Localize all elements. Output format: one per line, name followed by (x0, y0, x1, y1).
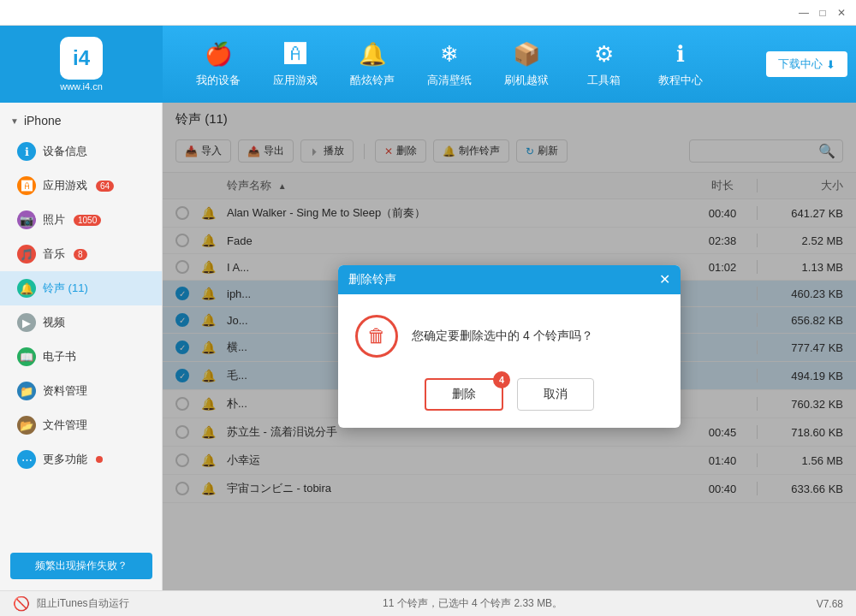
sidebar-item-apps[interactable]: 🅰 应用游戏 64 (0, 169, 162, 203)
data-mgr-icon: 📁 (17, 382, 36, 400)
tools-icon: ⚙ (594, 41, 614, 68)
delete-dialog: 删除铃声 ✕ 🗑 您确定要删除选中的 4 个铃声吗？ 删除 4 取消 (338, 265, 681, 428)
selected-count-badge: 4 (493, 371, 510, 388)
nav-my-device-label: 我的设备 (196, 73, 241, 88)
ringtones-sidebar-icon: 🔔 (17, 279, 36, 298)
nav-jailbreak-label: 刷机越狱 (504, 73, 549, 88)
more-badge (96, 456, 103, 463)
download-arrow-icon: ⬇ (826, 58, 835, 71)
music-icon: 🎵 (17, 245, 36, 264)
nav-apps-label: 应用游戏 (273, 73, 318, 88)
sidebar-bottom: 频繁出现操作失败？ (0, 546, 163, 586)
dialog-body: 🗑 您确定要删除选中的 4 个铃声吗？ (338, 294, 681, 378)
nav-ringtones-label: 酷炫铃声 (350, 73, 395, 88)
version-label: V7.68 (817, 598, 843, 610)
ebook-icon: 📖 (17, 347, 36, 366)
sidebar-item-ebook[interactable]: 📖 电子书 (0, 340, 162, 374)
music-badge: 8 (74, 249, 87, 260)
download-label: 下载中心 (778, 56, 823, 72)
apple-icon: 🍎 (205, 41, 232, 68)
maximize-button[interactable]: □ (815, 5, 830, 21)
device-label: ▼ iPhone (0, 107, 162, 134)
nav-tools[interactable]: ⚙ 工具箱 (565, 30, 642, 98)
sidebar-item-label: 更多功能 (43, 452, 87, 467)
status-bar: 🚫 阻止iTunes自动运行 11 个铃声，已选中 4 个铃声 2.33 MB。… (0, 590, 856, 616)
bell-nav-icon: 🔔 (359, 41, 386, 68)
itunes-icon: 🚫 (13, 595, 30, 612)
sidebar-item-data-mgr[interactable]: 📁 资料管理 (0, 374, 162, 408)
photos-icon: 📷 (17, 210, 36, 229)
tutorial-icon: ℹ (676, 41, 685, 68)
sidebar-item-label: 电子书 (43, 349, 76, 364)
collapse-icon[interactable]: ▼ (10, 116, 19, 126)
dialog-title-bar: 删除铃声 ✕ (338, 265, 681, 294)
sidebar-item-label: 设备信息 (43, 144, 87, 159)
sidebar-item-music[interactable]: 🎵 音乐 8 (0, 237, 162, 271)
window-controls: — □ ✕ (796, 5, 849, 21)
sidebar-item-more[interactable]: ⋯ 更多功能 (0, 442, 162, 477)
sidebar-item-label: 铃声 (11) (43, 281, 88, 296)
dialog-footer: 删除 4 取消 (338, 378, 681, 428)
nav-jailbreak[interactable]: 📦 刷机越狱 (488, 30, 565, 98)
device-name: iPhone (24, 114, 62, 127)
dialog-close-button[interactable]: ✕ (659, 273, 670, 287)
sidebar: ▼ iPhone ℹ 设备信息 🅰 应用游戏 64 📷 照片 1050 🎵 音乐… (0, 103, 163, 590)
nav-my-device[interactable]: 🍎 我的设备 (180, 30, 257, 98)
apps-sidebar-icon: 🅰 (17, 176, 36, 195)
sidebar-item-label: 应用游戏 (43, 178, 87, 193)
jailbreak-icon: 📦 (513, 41, 540, 68)
main-layout: ▼ iPhone ℹ 设备信息 🅰 应用游戏 64 📷 照片 1050 🎵 音乐… (0, 103, 856, 590)
sidebar-item-label: 照片 (43, 212, 65, 228)
wallpaper-icon: ❄ (440, 41, 459, 68)
dialog-title: 删除铃声 (348, 272, 396, 287)
sidebar-item-file-mgr[interactable]: 📂 文件管理 (0, 408, 162, 442)
nav-tutorial[interactable]: ℹ 教程中心 (642, 30, 719, 98)
nav-wallpaper[interactable]: ❄ 高清壁纸 (411, 30, 488, 98)
nav-apps[interactable]: 🅰 应用游戏 (257, 30, 334, 98)
status-text: 11 个铃声，已选中 4 个铃声 2.33 MB。 (383, 596, 562, 611)
nav-tutorial-label: 教程中心 (658, 73, 703, 88)
nav-wallpaper-label: 高清壁纸 (427, 73, 472, 88)
title-bar: — □ ✕ (0, 0, 856, 26)
cancel-button[interactable]: 取消 (517, 378, 594, 411)
header: i4 www.i4.cn 🍎 我的设备 🅰 应用游戏 🔔 酷炫铃声 ❄ 高清壁纸… (0, 26, 856, 103)
sidebar-item-photos[interactable]: 📷 照片 1050 (0, 203, 162, 237)
itunes-label: 阻止iTunes自动运行 (37, 596, 129, 611)
logo-icon: i4 (60, 37, 103, 80)
nav-ringtones[interactable]: 🔔 酷炫铃声 (334, 30, 411, 98)
apps-icon: 🅰 (284, 41, 306, 68)
nav-tools-label: 工具箱 (587, 73, 621, 88)
apps-badge: 64 (96, 181, 114, 192)
confirm-delete-label: 删除 (452, 387, 476, 400)
dialog-message: 您确定要删除选中的 4 个铃声吗？ (412, 329, 593, 344)
sidebar-item-label: 视频 (43, 315, 65, 330)
video-icon: ▶ (17, 313, 36, 332)
dialog-overlay: 删除铃声 ✕ 🗑 您确定要删除选中的 4 个铃声吗？ 删除 4 取消 (163, 103, 856, 590)
freq-btn[interactable]: 频繁出现操作失败？ (10, 553, 152, 579)
content-area: 铃声 (11) 📥 导入 📤 导出 ⏵ 播放 ✕ 删除 (163, 103, 856, 590)
delete-confirm-icon: 🗑 (355, 315, 398, 358)
download-button[interactable]: 下载中心 ⬇ (766, 51, 847, 77)
logo-subtitle: www.i4.cn (60, 81, 103, 92)
sidebar-item-ringtones[interactable]: 🔔 铃声 (11) (0, 271, 162, 305)
sidebar-item-label: 音乐 (43, 246, 65, 262)
sidebar-item-device-info[interactable]: ℹ 设备信息 (0, 134, 162, 169)
sidebar-item-video[interactable]: ▶ 视频 (0, 305, 162, 340)
more-icon: ⋯ (17, 450, 36, 469)
file-mgr-icon: 📂 (17, 416, 36, 435)
header-right: 下载中心 ⬇ (766, 51, 847, 77)
close-button[interactable]: ✕ (834, 5, 849, 21)
minimize-button[interactable]: — (796, 5, 811, 21)
nav-items: 🍎 我的设备 🅰 应用游戏 🔔 酷炫铃声 ❄ 高清壁纸 📦 刷机越狱 ⚙ 工具箱… (163, 26, 766, 103)
logo-area: i4 www.i4.cn (0, 26, 163, 103)
sidebar-item-label: 资料管理 (43, 383, 87, 399)
sidebar-item-label: 文件管理 (43, 418, 87, 433)
photos-badge: 1050 (74, 215, 101, 226)
device-info-icon: ℹ (17, 142, 36, 161)
confirm-delete-button[interactable]: 删除 4 (425, 378, 503, 411)
status-left: 🚫 阻止iTunes自动运行 (13, 595, 129, 612)
